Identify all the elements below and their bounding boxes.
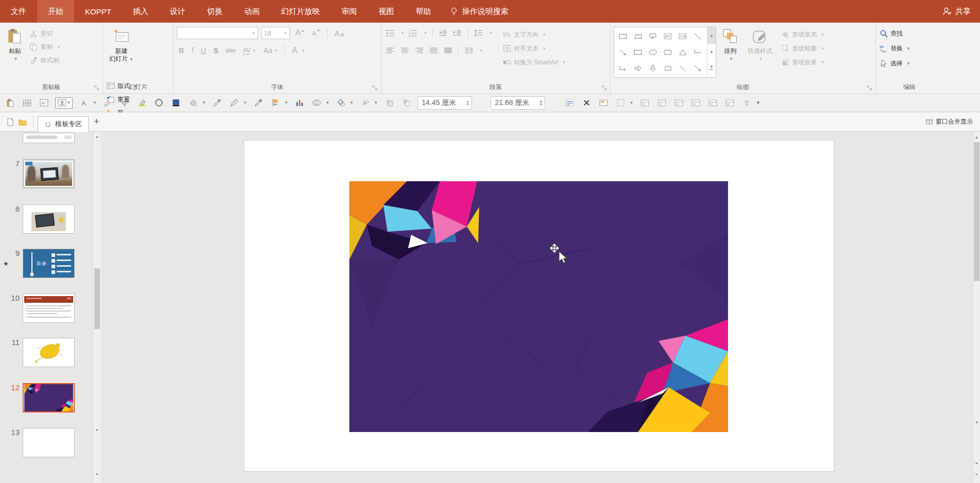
- slide-editing-canvas[interactable]: [101, 132, 973, 483]
- quick-copy-gray-icon[interactable]: [383, 97, 395, 109]
- find-button[interactable]: 查找: [879, 28, 910, 39]
- shape-oval-icon[interactable]: [646, 44, 661, 60]
- justify-button[interactable]: [428, 45, 439, 56]
- quick-layout-c-icon[interactable]: [673, 97, 684, 109]
- slide-item-8[interactable]: 8: [0, 204, 93, 234]
- menu-tab-transitions[interactable]: 切换: [196, 0, 233, 23]
- shape-horizontal-text-box-icon[interactable]: A: [661, 28, 675, 44]
- reset-button[interactable]: 重置: [106, 94, 138, 105]
- new-file-icon[interactable]: [4, 116, 16, 128]
- slide-item-10[interactable]: 10: [0, 294, 93, 323]
- quick-venn-icon[interactable]: [311, 97, 323, 109]
- quick-fill-color-icon[interactable]: [188, 97, 199, 109]
- text-direction-button[interactable]: A文字方向▼: [502, 29, 566, 40]
- shape-rounded-callout-icon[interactable]: [646, 28, 661, 44]
- strikethrough-button[interactable]: abe: [223, 44, 238, 57]
- slide-item-9[interactable]: 9 ★ 目录: [0, 249, 93, 279]
- align-left-button[interactable]: [384, 45, 396, 56]
- quick-pencil-icon[interactable]: [229, 97, 240, 109]
- quick-layout-b-icon[interactable]: [656, 97, 667, 109]
- slide-thumbnail-9[interactable]: 目录: [23, 249, 75, 278]
- menu-tab-animations[interactable]: 动画: [233, 0, 271, 23]
- slide-thumbnail-10[interactable]: [23, 294, 75, 323]
- shape-elbow-arrow-icon[interactable]: [616, 60, 631, 76]
- menu-tab-design[interactable]: 设计: [159, 0, 196, 23]
- clipboard-dialog-launcher[interactable]: [94, 85, 100, 91]
- menu-tab-home[interactable]: 开始: [37, 0, 74, 23]
- shape-arrow-down-icon[interactable]: [646, 60, 661, 76]
- menu-tab-koppt[interactable]: KOPPT: [74, 0, 122, 23]
- shape-elbow-connector-icon[interactable]: [690, 44, 705, 60]
- slide-page[interactable]: [244, 140, 834, 472]
- quick-layout-d-icon[interactable]: [690, 97, 701, 109]
- columns-button[interactable]: [463, 45, 475, 56]
- align-text-button[interactable]: 对齐文本▼: [502, 43, 566, 54]
- quick-layout-e-icon[interactable]: [707, 97, 718, 109]
- align-right-button[interactable]: [413, 45, 425, 56]
- quick-bar-chart-icon[interactable]: [294, 97, 306, 109]
- slide-thumbnail-11[interactable]: [23, 338, 75, 367]
- quick-layout-a-icon[interactable]: [639, 97, 650, 109]
- slide-item-13[interactable]: 13: [0, 428, 93, 458]
- slide-item-11[interactable]: 11: [0, 338, 93, 368]
- replace-button[interactable]: abac替换▼: [879, 43, 910, 54]
- italic-button[interactable]: I: [189, 44, 196, 57]
- copy-button[interactable]: 复制▼: [29, 41, 60, 53]
- shape-effects-button[interactable]: 形状效果▼: [781, 57, 824, 68]
- bullets-button[interactable]: [384, 27, 396, 39]
- select-button[interactable]: 选择▼: [879, 58, 910, 69]
- quickbar-more-dropdown[interactable]: ▼: [755, 100, 761, 106]
- shape-rounded-rectangle-icon[interactable]: [661, 44, 675, 60]
- bold-button[interactable]: B: [177, 44, 186, 57]
- font-color-button[interactable]: A▼: [290, 44, 308, 57]
- quick-flag-icon[interactable]: [270, 97, 281, 109]
- decrease-indent-button[interactable]: [437, 27, 449, 39]
- quick-merge-shapes-icon[interactable]: [335, 97, 347, 109]
- shape-outline-button[interactable]: 形状轮廓▼: [781, 43, 824, 54]
- quick-delete-x-icon[interactable]: [581, 97, 592, 109]
- shapes-gallery-scrollbar[interactable]: ▲ ▼ ▼▔: [707, 27, 716, 77]
- shape-line-arrow-icon[interactable]: [690, 60, 705, 76]
- window-merge-toggle[interactable]: 窗口合并显示: [925, 117, 973, 126]
- shape-line-arrow-icon[interactable]: [616, 44, 631, 60]
- paragraph-dialog-launcher[interactable]: [601, 85, 607, 91]
- quick-dashed-box-icon[interactable]: [615, 97, 626, 109]
- shape-rectangle-icon[interactable]: [631, 44, 646, 60]
- shape-triangle-icon[interactable]: [675, 44, 690, 60]
- menu-tab-review[interactable]: 审阅: [331, 0, 368, 23]
- menu-tab-help[interactable]: 帮助: [405, 0, 442, 23]
- quick-font-color-icon[interactable]: [171, 97, 182, 109]
- slide-thumbnail-7[interactable]: [23, 159, 75, 188]
- shape-fill-button[interactable]: 形状填充▼: [781, 29, 824, 40]
- quick-more-icon[interactable]: [741, 97, 752, 109]
- add-tab-button[interactable]: +: [89, 116, 105, 127]
- quick-eyedropper2-icon[interactable]: [253, 97, 264, 109]
- template-zone-tab[interactable]: 模板专区: [38, 116, 89, 132]
- quick-layout-f-icon[interactable]: [724, 97, 735, 109]
- shape-vertical-text-box-icon[interactable]: A: [675, 28, 690, 44]
- slide-thumbnail-12-selected[interactable]: [23, 383, 75, 412]
- convert-smartart-button[interactable]: 转换为 SmartArt▼: [502, 57, 566, 68]
- share-button[interactable]: 共享: [933, 0, 980, 23]
- quick-textbox-frame-icon[interactable]: [564, 97, 575, 109]
- cut-button[interactable]: 剪切: [29, 28, 60, 39]
- align-center-button[interactable]: [399, 45, 410, 56]
- shrink-font-button[interactable]: A▼: [310, 27, 323, 39]
- clear-formatting-button[interactable]: A: [332, 27, 348, 39]
- distribute-button[interactable]: [442, 45, 453, 56]
- slide-item-7[interactable]: 7: [0, 159, 93, 189]
- slide-thumbnail-13[interactable]: [23, 428, 75, 457]
- line-spacing-button[interactable]: [473, 27, 484, 39]
- slide-thumbnail-partial[interactable]: [23, 133, 75, 143]
- shape-rectangle-icon[interactable]: [616, 28, 631, 44]
- shape-line-icon[interactable]: [690, 28, 705, 44]
- font-size-combo[interactable]: 18▼: [261, 27, 290, 39]
- shape-trapezoid-icon[interactable]: [631, 28, 646, 44]
- font-dialog-launcher[interactable]: [372, 85, 378, 91]
- character-spacing-button[interactable]: AV▼: [241, 44, 258, 57]
- quick-styles-button[interactable]: 快速样式▼: [745, 26, 775, 75]
- grow-font-button[interactable]: A▲: [293, 27, 307, 39]
- menu-tab-view[interactable]: 视图: [368, 0, 405, 23]
- slide-thumbnail-8[interactable]: [23, 204, 75, 234]
- thumbnails-scrollbar[interactable]: ▲ ▼ ▼: [93, 132, 101, 483]
